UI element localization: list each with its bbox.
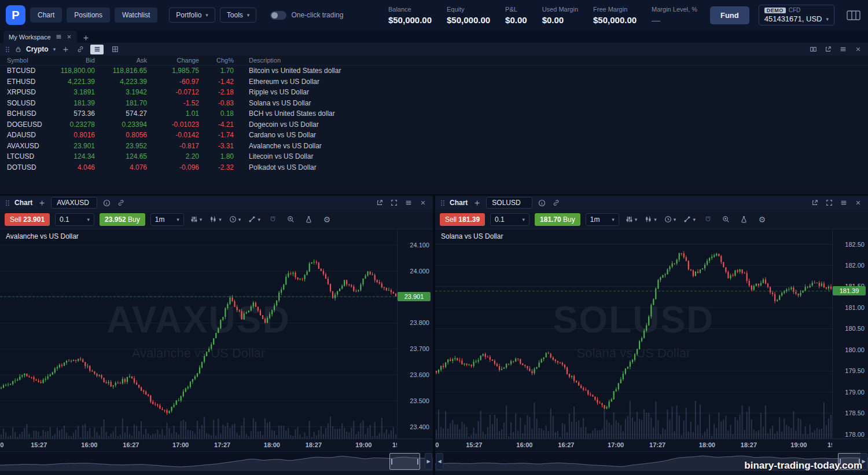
link-icon[interactable]	[116, 198, 126, 208]
popout-icon[interactable]	[374, 198, 385, 208]
add-chart-icon[interactable]	[36, 198, 47, 208]
watchlist-title[interactable]: Crypto	[26, 45, 49, 53]
table-row[interactable]: LTCUSD124.34124.652.201.80Litecoin vs US…	[0, 151, 868, 162]
link-icon[interactable]	[75, 44, 86, 54]
close-icon[interactable]	[67, 34, 72, 39]
nav-scroll-thumb[interactable]	[389, 453, 420, 470]
fullscreen-icon[interactable]	[389, 198, 399, 208]
grid-view-button[interactable]	[108, 45, 122, 54]
col-ask[interactable]: Ask	[95, 57, 147, 64]
popout-icon[interactable]	[810, 198, 820, 208]
buy-button[interactable]: 23.952 Buy	[100, 213, 145, 226]
price-axis[interactable]: 24.10024.00023.90023.80023.70023.60023.5…	[397, 229, 433, 439]
layout-panels-icon[interactable]	[845, 8, 862, 22]
col-description[interactable]: Description	[234, 57, 868, 64]
drawing-tool-button[interactable]: ▾	[247, 214, 262, 224]
chevron-down-icon[interactable]: ▾	[53, 46, 56, 52]
symbol-cell: LTCUSD	[7, 152, 54, 160]
split-view-icon[interactable]	[808, 44, 818, 54]
table-row[interactable]: SOLUSD181.39181.70-1.52-0.83Solana vs US…	[0, 98, 868, 109]
drag-handle-icon[interactable]	[440, 199, 446, 207]
table-row[interactable]: XRPUSD3.18913.1942-0.0712-2.18Ripple vs …	[0, 87, 868, 98]
portfolio-dropdown[interactable]: Portfolio▾	[169, 8, 215, 23]
app-logo[interactable]: P	[6, 5, 25, 25]
symbol-cell: AVAXUSD	[7, 142, 54, 150]
col-bid[interactable]: Bid	[54, 57, 95, 64]
flask-icon[interactable]	[303, 215, 315, 223]
quantity-select[interactable]: 0.1▾	[490, 213, 529, 226]
chart-type-button[interactable]: ▾	[208, 214, 223, 224]
drag-handle-icon[interactable]	[5, 199, 10, 207]
close-icon[interactable]	[853, 44, 863, 54]
col-change[interactable]: Change	[147, 57, 199, 64]
table-row[interactable]: BTCUSD118,800.00118,816.651,985.751.70Bi…	[0, 65, 868, 76]
bid-cell: 4.046	[54, 163, 95, 171]
col-chg-pct[interactable]: Chg%	[199, 57, 234, 64]
close-icon[interactable]	[418, 198, 428, 208]
tools-dropdown[interactable]: Tools▾	[220, 8, 257, 23]
link-icon[interactable]	[551, 198, 561, 208]
info-icon[interactable]	[101, 198, 112, 208]
fullscreen-icon[interactable]	[824, 198, 834, 208]
flask-icon[interactable]	[738, 215, 751, 223]
time-clock-button[interactable]: ▾	[228, 214, 242, 224]
price-axis[interactable]: 182.50182.00181.50181.00180.50180.00179.…	[832, 229, 868, 439]
menu-icon[interactable]	[838, 44, 848, 54]
workspace-tab[interactable]: My Workspace	[3, 31, 77, 43]
price-tick: 24.100	[410, 242, 429, 249]
indicators-button[interactable]: ▾	[624, 214, 639, 224]
settings-gear-icon[interactable]: ⚙	[321, 215, 333, 224]
add-chart-icon[interactable]	[472, 198, 482, 208]
description-cell: Solana vs US Dollar	[234, 99, 868, 107]
table-row[interactable]: DOGEUSD0.232780.23394-0.01023-4.21Dogeco…	[0, 119, 868, 130]
nav-positions-button[interactable]: Positions	[67, 8, 110, 23]
close-icon[interactable]	[853, 198, 863, 208]
nav-watchlist-button[interactable]: Watchlist	[115, 8, 157, 23]
buy-button[interactable]: 181.70 Buy	[535, 213, 580, 226]
popout-icon[interactable]	[823, 44, 833, 54]
sell-button[interactable]: Sell 181.39	[440, 213, 485, 226]
candlestick-chart	[0, 229, 397, 439]
chart-symbol-input[interactable]: AVAXUSD	[51, 197, 97, 209]
indicators-button[interactable]: ▾	[189, 214, 204, 224]
magnet-icon[interactable]	[702, 215, 715, 223]
chart-type-button[interactable]: ▾	[643, 214, 658, 224]
time-clock-button[interactable]: ▾	[663, 214, 678, 224]
timeframe-select[interactable]: 1m▾	[586, 213, 619, 226]
settings-gear-icon[interactable]: ⚙	[756, 215, 768, 224]
info-icon[interactable]	[536, 198, 547, 208]
table-row[interactable]: ETHUSD4,221.394,223.39-60.97-1.42Ethereu…	[0, 76, 868, 87]
drag-handle-icon[interactable]	[5, 46, 10, 53]
account-selector[interactable]: DEMO CFD 451431671, USD▾	[759, 5, 834, 25]
plot-area[interactable]: Solana vs US Dollar SOLUSD Solana vs US …	[435, 229, 832, 439]
nav-arrow-right[interactable]: ▶	[425, 453, 432, 470]
zoom-in-icon[interactable]	[285, 215, 297, 223]
table-row[interactable]: AVAXUSD23.90123.952-0.817-3.31Avalanche …	[0, 141, 868, 152]
menu-icon[interactable]	[403, 198, 414, 208]
add-symbol-icon[interactable]	[60, 44, 71, 54]
menu-icon[interactable]	[838, 198, 849, 208]
time-axis[interactable]: 015:2716:0016:2717:0017:2718:0018:2719:0…	[435, 439, 832, 451]
plot-area[interactable]: Avalanche vs US Dollar AVAXUSD Avalanche…	[0, 229, 397, 439]
zoom-in-icon[interactable]	[720, 215, 733, 223]
add-workspace-icon[interactable]	[81, 32, 91, 43]
one-click-trading-toggle[interactable]: One-click trading	[270, 11, 343, 20]
drawing-tool-button[interactable]: ▾	[682, 214, 697, 224]
sell-button[interactable]: Sell 23.901	[5, 213, 50, 226]
list-view-button[interactable]	[90, 45, 104, 54]
workspace-menu-icon[interactable]	[56, 34, 62, 40]
pnl-stat: P&L$0.00	[505, 6, 527, 25]
toggle-switch-icon[interactable]	[270, 11, 286, 20]
col-symbol[interactable]: Symbol	[7, 57, 54, 64]
magnet-icon[interactable]	[267, 215, 279, 223]
time-axis[interactable]: 015:2716:0016:2717:0017:2718:0018:2719:0…	[0, 439, 397, 451]
nav-arrow-left[interactable]: ◀	[436, 453, 443, 470]
table-row[interactable]: ADAUSD0.80160.8056-0.0142-1.74Cardano vs…	[0, 130, 868, 141]
timeframe-select[interactable]: 1m▾	[150, 213, 184, 226]
table-row[interactable]: DOTUSD4.0464.076-0.096-2.32Polkadot vs U…	[0, 162, 868, 173]
fund-button[interactable]: Fund	[710, 6, 749, 24]
quantity-select[interactable]: 0.1▾	[55, 213, 94, 226]
chart-symbol-input[interactable]: SOLUSD	[486, 197, 532, 209]
nav-chart-button[interactable]: Chart	[30, 8, 62, 23]
table-row[interactable]: BCHUSD573.36574.271.010.18BCH vs United …	[0, 108, 868, 119]
